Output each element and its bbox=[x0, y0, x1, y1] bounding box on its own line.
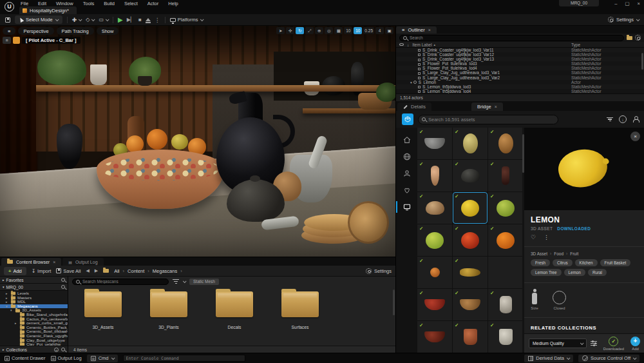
filter-icon[interactable] bbox=[173, 279, 179, 285]
asset-tile-empty[interactable] bbox=[488, 257, 523, 288]
tag-lemon[interactable]: Lemon bbox=[564, 269, 585, 276]
tree-item-masters[interactable]: ▸Masters bbox=[0, 296, 68, 300]
pilot-camera-icon[interactable] bbox=[13, 37, 20, 44]
asset-tile-clay-pot-lid[interactable]: ✓ bbox=[417, 192, 452, 224]
tab-output-log[interactable]: ▤ Output Log bbox=[62, 258, 103, 266]
asset-tile-dark-bottle[interactable]: ✓ bbox=[488, 160, 523, 191]
grid-snap-icon[interactable]: ▦ bbox=[334, 27, 343, 34]
path-content[interactable]: Content bbox=[128, 268, 144, 274]
outliner-searchbox[interactable] bbox=[399, 35, 624, 41]
close-icon[interactable]: × bbox=[630, 132, 640, 141]
folder-3d_plants[interactable]: 3D_Plants bbox=[139, 291, 198, 329]
expand-caret-icon[interactable]: ▾ bbox=[410, 81, 412, 84]
bridge-nav-web-icon[interactable] bbox=[396, 148, 417, 165]
outliner-row[interactable]: S_Lemon_th5jddwva_lod4StaticMeshActor bbox=[396, 89, 644, 93]
move-tool-icon[interactable]: ✣ bbox=[286, 27, 294, 34]
more-options-icon[interactable]: ⋮ bbox=[544, 234, 549, 240]
static-mesh-filter-chip[interactable]: Static Mesh bbox=[189, 279, 219, 285]
eject-icon[interactable] bbox=[146, 18, 151, 21]
blueprints-button[interactable]: ◇ bbox=[86, 17, 94, 23]
outliner-row[interactable]: S_Drink_Coaster_ug4fjkjw_lod3_Var13Stati… bbox=[396, 57, 644, 61]
menu-help[interactable]: Help bbox=[168, 1, 178, 6]
asset-tile-terracotta-pot[interactable]: ✓ bbox=[453, 321, 488, 353]
outliner-row[interactable]: S_Lemon_th5jddwva_lod3StaticMeshActor bbox=[396, 84, 644, 89]
surface-snap-icon[interactable]: ◎ bbox=[325, 27, 333, 34]
viewport-menu-button[interactable]: ≡ bbox=[3, 27, 15, 35]
asset-tile-orange[interactable]: ✓ bbox=[488, 224, 523, 256]
platforms-dropdown[interactable]: Platforms bbox=[170, 17, 203, 23]
asset-tile-black-pot[interactable]: ✓ bbox=[453, 160, 488, 191]
select-tool-icon[interactable]: ➤ bbox=[276, 27, 285, 34]
favorites-section[interactable]: ▸ Favorites bbox=[0, 277, 68, 284]
outliner-search-input[interactable] bbox=[410, 35, 620, 40]
history-forward-icon[interactable]: ▶ bbox=[95, 268, 98, 273]
outliner-row[interactable]: S_Large_Clay_Jug_udtheeava_lod3_Var2Stat… bbox=[396, 75, 644, 80]
settings-dropdown[interactable]: Settings bbox=[608, 17, 639, 23]
outliner-scrollbar[interactable] bbox=[641, 53, 643, 70]
source-control-button[interactable]: Source Control Off bbox=[578, 355, 639, 362]
outliner-row[interactable]: S_Drink_Coaster_ug4fjkjw_lod3_Var11Stati… bbox=[396, 48, 644, 52]
tag-fruit-basket[interactable]: Fruit Basket bbox=[600, 259, 631, 266]
breadcrumb-item[interactable]: 3D Asset bbox=[531, 251, 547, 256]
asset-tile-blood-orange[interactable]: ✓ bbox=[453, 224, 488, 256]
add-button[interactable]: + Add bbox=[630, 337, 640, 351]
folder-surfaces[interactable]: Surfaces bbox=[270, 291, 330, 329]
play-options-icon[interactable]: ⋮ bbox=[155, 17, 160, 23]
project-tab[interactable]: HospitalityDesign* bbox=[19, 6, 77, 14]
viewport[interactable]: ≡ PerspectivePath TracingShow ➤ ✣ ↻ ⤢ ⊕ … bbox=[0, 26, 395, 257]
outliner-row[interactable]: S_Flower_Pot_tlulehkva_lod3StaticMeshAct… bbox=[396, 61, 644, 66]
asset-view-scrollbar[interactable] bbox=[393, 289, 395, 315]
project-root-section[interactable]: ▾ MRQ_00 bbox=[0, 284, 68, 291]
path-all[interactable]: All bbox=[114, 268, 119, 274]
folder-decals[interactable]: Decals bbox=[205, 291, 264, 329]
tag-citrus[interactable]: Citrus bbox=[553, 259, 572, 266]
viewport-pill-perspective[interactable]: Perspective bbox=[18, 27, 53, 35]
cmd-dropdown[interactable]: Cmd bbox=[87, 355, 118, 362]
add-button[interactable]: + Add bbox=[4, 267, 26, 275]
bridge-nav-account-icon[interactable] bbox=[396, 165, 417, 182]
minimize-icon[interactable]: – bbox=[614, 1, 617, 6]
tag-rural[interactable]: Rural bbox=[588, 269, 607, 276]
search-icon[interactable] bbox=[61, 285, 65, 289]
asset-searchbox[interactable] bbox=[72, 279, 169, 285]
tree-item-levels[interactable]: ▸Levels bbox=[0, 291, 68, 296]
frame-skip-icon[interactable]: ▶▏ bbox=[127, 17, 135, 23]
maximize-viewport-icon[interactable]: ▣ bbox=[385, 27, 393, 34]
menu-file[interactable]: File bbox=[21, 1, 28, 6]
folder-3d_assets[interactable]: 3D_Assets bbox=[73, 291, 133, 329]
asset-tile-clay-vase[interactable]: ✓ bbox=[417, 160, 452, 191]
content-drawer-button[interactable]: Content Drawer bbox=[5, 355, 46, 361]
asset-tile-stone-mortar[interactable]: ✓ bbox=[417, 128, 452, 159]
asset-tile-lemon[interactable]: ✓ bbox=[453, 192, 488, 224]
content-browser-settings[interactable]: Settings bbox=[366, 268, 392, 274]
close-icon[interactable]: × bbox=[638, 1, 640, 6]
search-icon[interactable] bbox=[61, 278, 65, 282]
asset-tile-yellow-melon[interactable]: ✓ bbox=[453, 128, 488, 159]
outliner-row[interactable]: ▾S_LemonActor bbox=[396, 80, 644, 84]
asset-tile-red-bowl[interactable]: ✓ bbox=[417, 289, 452, 320]
tab-details[interactable]: Details bbox=[397, 103, 431, 111]
bridge-nav-favorites-icon[interactable] bbox=[396, 182, 417, 199]
scale-tool-icon[interactable]: ⤢ bbox=[305, 27, 314, 34]
tab-outliner[interactable]: ≡ Outliner × bbox=[396, 26, 437, 34]
add-collection-icon[interactable]: + bbox=[54, 348, 59, 352]
create-folder-icon[interactable] bbox=[627, 36, 632, 40]
play-icon[interactable]: ▶ bbox=[118, 16, 123, 23]
menu-actor[interactable]: Actor bbox=[147, 1, 159, 6]
menu-tools[interactable]: Tools bbox=[83, 1, 95, 6]
maximize-icon[interactable]: ▢ bbox=[625, 1, 630, 6]
outliner-row[interactable]: S_Flower_Pot_tlulehkva_lod4StaticMeshAct… bbox=[396, 66, 644, 70]
stop-icon[interactable]: ■ bbox=[138, 17, 142, 23]
account-icon[interactable] bbox=[632, 116, 639, 123]
outliner-column-header[interactable]: ↓ Item Label ▴ Type bbox=[396, 42, 644, 48]
scale-snap-value[interactable]: 0.25 bbox=[363, 27, 374, 34]
downloaded-button[interactable]: ✓ Downloaded bbox=[603, 337, 624, 351]
asset-search-input[interactable] bbox=[82, 279, 165, 284]
outliner-row[interactable]: S_Large_Clay_Jug_udtheeava_lod3_Var1Stat… bbox=[396, 70, 644, 75]
menu-window[interactable]: Window bbox=[56, 1, 73, 6]
download-settings-icon[interactable] bbox=[591, 340, 597, 346]
asset-tile-dark-red-bowl[interactable]: ✓ bbox=[417, 321, 452, 353]
bridge-logo-icon[interactable] bbox=[402, 113, 413, 125]
close-icon[interactable]: × bbox=[495, 104, 497, 109]
select-mode-dropdown[interactable]: Select Mode bbox=[15, 15, 62, 24]
